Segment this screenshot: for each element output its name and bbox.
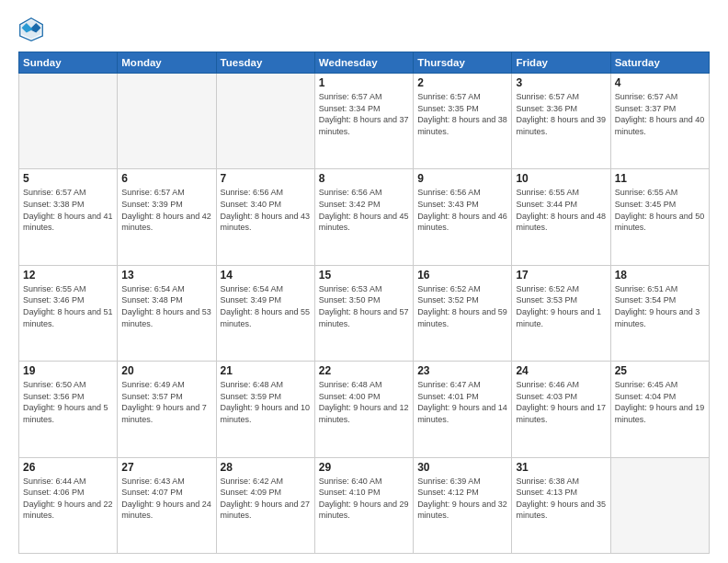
calendar-cell: 21Sunrise: 6:48 AM Sunset: 3:59 PM Dayli… <box>216 362 314 457</box>
day-info: Sunrise: 6:50 AM Sunset: 3:56 PM Dayligh… <box>23 379 113 425</box>
day-info: Sunrise: 6:51 AM Sunset: 3:54 PM Dayligh… <box>615 283 705 329</box>
weekday-header-thursday: Thursday <box>414 52 512 74</box>
day-info: Sunrise: 6:55 AM Sunset: 3:46 PM Dayligh… <box>23 283 113 329</box>
calendar-cell: 29Sunrise: 6:40 AM Sunset: 4:10 PM Dayli… <box>314 457 413 553</box>
day-number: 1 <box>319 76 409 89</box>
day-number: 12 <box>23 269 113 282</box>
logo <box>18 17 48 42</box>
day-number: 19 <box>23 364 113 377</box>
calendar-cell: 31Sunrise: 6:38 AM Sunset: 4:13 PM Dayli… <box>512 457 610 553</box>
calendar-cell: 22Sunrise: 6:48 AM Sunset: 4:00 PM Dayli… <box>314 362 413 457</box>
calendar-cell <box>19 74 118 169</box>
day-number: 28 <box>221 461 311 474</box>
calendar-cell: 28Sunrise: 6:42 AM Sunset: 4:09 PM Dayli… <box>216 457 314 553</box>
day-info: Sunrise: 6:47 AM Sunset: 4:01 PM Dayligh… <box>417 379 507 425</box>
calendar-cell: 3Sunrise: 6:57 AM Sunset: 3:36 PM Daylig… <box>512 74 610 169</box>
calendar-cell: 11Sunrise: 6:55 AM Sunset: 3:45 PM Dayli… <box>610 169 709 265</box>
day-number: 14 <box>221 269 311 282</box>
weekday-header-tuesday: Tuesday <box>216 52 314 74</box>
calendar-cell: 12Sunrise: 6:55 AM Sunset: 3:46 PM Dayli… <box>19 265 118 361</box>
day-info: Sunrise: 6:57 AM Sunset: 3:39 PM Dayligh… <box>121 187 211 233</box>
calendar-cell: 17Sunrise: 6:52 AM Sunset: 3:53 PM Dayli… <box>512 265 610 361</box>
calendar-cell: 27Sunrise: 6:43 AM Sunset: 4:07 PM Dayli… <box>118 457 216 553</box>
day-number: 3 <box>516 76 606 89</box>
day-info: Sunrise: 6:56 AM Sunset: 3:40 PM Dayligh… <box>221 187 311 233</box>
day-info: Sunrise: 6:39 AM Sunset: 4:12 PM Dayligh… <box>417 476 507 522</box>
day-info: Sunrise: 6:57 AM Sunset: 3:37 PM Dayligh… <box>615 91 705 137</box>
week-row-1: 1Sunrise: 6:57 AM Sunset: 3:34 PM Daylig… <box>19 74 710 169</box>
day-info: Sunrise: 6:54 AM Sunset: 3:48 PM Dayligh… <box>121 283 211 329</box>
day-number: 27 <box>121 461 211 474</box>
day-number: 29 <box>319 461 409 474</box>
week-row-5: 26Sunrise: 6:44 AM Sunset: 4:06 PM Dayli… <box>19 457 710 553</box>
day-info: Sunrise: 6:46 AM Sunset: 4:03 PM Dayligh… <box>516 379 606 425</box>
calendar-cell: 18Sunrise: 6:51 AM Sunset: 3:54 PM Dayli… <box>610 265 709 361</box>
calendar-cell: 24Sunrise: 6:46 AM Sunset: 4:03 PM Dayli… <box>512 362 610 457</box>
day-info: Sunrise: 6:55 AM Sunset: 3:44 PM Dayligh… <box>516 187 606 233</box>
day-info: Sunrise: 6:48 AM Sunset: 3:59 PM Dayligh… <box>221 379 311 425</box>
day-info: Sunrise: 6:57 AM Sunset: 3:35 PM Dayligh… <box>417 91 507 137</box>
day-number: 4 <box>615 76 705 89</box>
weekday-header-monday: Monday <box>118 52 216 74</box>
day-info: Sunrise: 6:57 AM Sunset: 3:36 PM Dayligh… <box>516 91 606 137</box>
day-number: 10 <box>516 172 606 185</box>
day-info: Sunrise: 6:52 AM Sunset: 3:53 PM Dayligh… <box>516 283 606 329</box>
calendar-cell: 9Sunrise: 6:56 AM Sunset: 3:43 PM Daylig… <box>414 169 512 265</box>
calendar-cell: 2Sunrise: 6:57 AM Sunset: 3:35 PM Daylig… <box>414 74 512 169</box>
day-info: Sunrise: 6:54 AM Sunset: 3:49 PM Dayligh… <box>221 283 311 329</box>
day-info: Sunrise: 6:53 AM Sunset: 3:50 PM Dayligh… <box>319 283 409 329</box>
day-number: 15 <box>319 269 409 282</box>
calendar-cell <box>118 74 216 169</box>
day-info: Sunrise: 6:43 AM Sunset: 4:07 PM Dayligh… <box>121 476 211 522</box>
day-number: 7 <box>221 172 311 185</box>
day-number: 2 <box>417 76 507 89</box>
day-info: Sunrise: 6:48 AM Sunset: 4:00 PM Dayligh… <box>319 379 409 425</box>
calendar-cell <box>610 457 709 553</box>
weekday-header-saturday: Saturday <box>610 52 709 74</box>
week-row-4: 19Sunrise: 6:50 AM Sunset: 3:56 PM Dayli… <box>19 362 710 457</box>
calendar-cell <box>216 74 314 169</box>
day-number: 9 <box>417 172 507 185</box>
calendar-cell: 26Sunrise: 6:44 AM Sunset: 4:06 PM Dayli… <box>19 457 118 553</box>
calendar-table: SundayMondayTuesdayWednesdayThursdayFrid… <box>18 52 710 554</box>
calendar-cell: 1Sunrise: 6:57 AM Sunset: 3:34 PM Daylig… <box>314 74 413 169</box>
week-row-3: 12Sunrise: 6:55 AM Sunset: 3:46 PM Dayli… <box>19 265 710 361</box>
day-number: 22 <box>319 364 409 377</box>
day-number: 18 <box>615 269 705 282</box>
calendar-cell: 16Sunrise: 6:52 AM Sunset: 3:52 PM Dayli… <box>414 265 512 361</box>
page: SundayMondayTuesdayWednesdayThursdayFrid… <box>0 0 728 563</box>
day-number: 20 <box>121 364 211 377</box>
day-info: Sunrise: 6:57 AM Sunset: 3:38 PM Dayligh… <box>23 187 113 233</box>
calendar-cell: 15Sunrise: 6:53 AM Sunset: 3:50 PM Dayli… <box>314 265 413 361</box>
header <box>18 17 710 42</box>
calendar-cell: 20Sunrise: 6:49 AM Sunset: 3:57 PM Dayli… <box>118 362 216 457</box>
day-number: 31 <box>516 461 606 474</box>
weekday-header-row: SundayMondayTuesdayWednesdayThursdayFrid… <box>19 52 710 74</box>
day-info: Sunrise: 6:45 AM Sunset: 4:04 PM Dayligh… <box>615 379 705 425</box>
day-info: Sunrise: 6:49 AM Sunset: 3:57 PM Dayligh… <box>121 379 211 425</box>
logo-icon <box>18 17 44 42</box>
weekday-header-sunday: Sunday <box>19 52 118 74</box>
day-info: Sunrise: 6:56 AM Sunset: 3:42 PM Dayligh… <box>319 187 409 233</box>
day-number: 11 <box>615 172 705 185</box>
day-number: 30 <box>417 461 507 474</box>
calendar-cell: 25Sunrise: 6:45 AM Sunset: 4:04 PM Dayli… <box>610 362 709 457</box>
day-number: 16 <box>417 269 507 282</box>
day-number: 17 <box>516 269 606 282</box>
calendar-cell: 7Sunrise: 6:56 AM Sunset: 3:40 PM Daylig… <box>216 169 314 265</box>
day-number: 25 <box>615 364 705 377</box>
day-info: Sunrise: 6:57 AM Sunset: 3:34 PM Dayligh… <box>319 91 409 137</box>
day-number: 26 <box>23 461 113 474</box>
day-info: Sunrise: 6:44 AM Sunset: 4:06 PM Dayligh… <box>23 476 113 522</box>
weekday-header-friday: Friday <box>512 52 610 74</box>
day-number: 5 <box>23 172 113 185</box>
day-number: 6 <box>121 172 211 185</box>
weekday-header-wednesday: Wednesday <box>314 52 413 74</box>
calendar-cell: 5Sunrise: 6:57 AM Sunset: 3:38 PM Daylig… <box>19 169 118 265</box>
day-number: 23 <box>417 364 507 377</box>
day-number: 8 <box>319 172 409 185</box>
calendar-cell: 30Sunrise: 6:39 AM Sunset: 4:12 PM Dayli… <box>414 457 512 553</box>
day-info: Sunrise: 6:42 AM Sunset: 4:09 PM Dayligh… <box>221 476 311 522</box>
day-info: Sunrise: 6:38 AM Sunset: 4:13 PM Dayligh… <box>516 476 606 522</box>
calendar-cell: 6Sunrise: 6:57 AM Sunset: 3:39 PM Daylig… <box>118 169 216 265</box>
